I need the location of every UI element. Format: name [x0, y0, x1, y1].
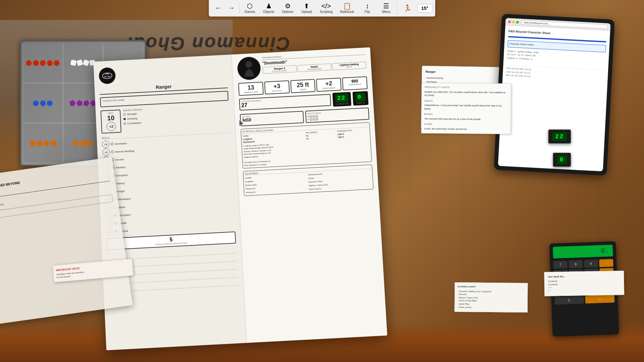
die-red-1[interactable]: [25, 59, 33, 66]
figure-button[interactable]: 🏃: [398, 4, 417, 13]
led-display-1: 22: [552, 132, 567, 141]
die-orange-5[interactable]: [72, 139, 80, 147]
bonds-title: BONDS: [424, 113, 508, 117]
minimize-dot: [512, 21, 515, 23]
right-paper-2: PLAYERS & PARTY - Cinnamon Halfling. Due…: [455, 282, 528, 313]
saving-throw-section: SAVING THROWS Strength Dexterity Constit…: [123, 104, 230, 133]
history-label: History: [116, 182, 125, 185]
wis-mod: +2: [106, 122, 116, 131]
speed-box: 25 ft SPEED: [290, 79, 315, 93]
upload-label: Upload: [301, 10, 312, 14]
calc-btn-clear[interactable]: C: [555, 296, 584, 305]
die-orange-4[interactable]: [50, 140, 57, 146]
notebook-button[interactable]: 📋 Notebook: [337, 1, 358, 15]
ac-box: 13 ARMOR CLASS: [238, 82, 264, 96]
die-orange-2[interactable]: [36, 139, 43, 147]
menu-label: Menu: [382, 10, 390, 14]
led-card-1: 22: [548, 130, 571, 143]
die-orange-7[interactable]: [86, 139, 94, 147]
forward-button[interactable]: →: [225, 2, 238, 15]
hp-led: 22: [335, 93, 348, 103]
personality-title: PERSONALITY TRAITS: [425, 86, 508, 90]
die-blue-3[interactable]: [46, 99, 54, 107]
ability-scores-section: WIS 10 +2 SAVING THROWS Strength Dexteri…: [101, 104, 230, 134]
save-str-circle: [123, 113, 126, 116]
led-card-2: 0: [553, 153, 571, 167]
objects-button[interactable]: ♟ Objects: [260, 1, 278, 15]
paper-2-title: PLAYERS & PARTY: [458, 285, 525, 289]
flaws-title: FLAWS: [424, 123, 508, 127]
menu-button[interactable]: ☰ Menu: [377, 1, 395, 15]
die-red-2[interactable]: [33, 59, 40, 66]
angle-display: 15°: [417, 4, 432, 13]
dice-cell-red: [24, 44, 62, 82]
die-red-4[interactable]: [47, 60, 54, 66]
fail-3: [315, 118, 318, 120]
options-button[interactable]: ⚙ Options: [278, 1, 297, 15]
xp-box: 900 EXPERIENCE: [342, 76, 368, 90]
temp-hp-led: 0: [355, 93, 366, 102]
svg-text:BEYOND: BEYOND: [104, 75, 110, 77]
sheet-2-info: D&D BEYOND: [0, 181, 20, 187]
success-3: [315, 115, 318, 117]
die-white-2[interactable]: [77, 60, 83, 66]
features-title: Ranger: [425, 69, 511, 76]
die-white-1[interactable]: [70, 60, 77, 66]
flip-button[interactable]: ↕ Flip: [358, 1, 376, 15]
character-sheet[interactable]: D&D BEYOND Ranger CHARACTER NAME WIS 10 …: [93, 47, 387, 350]
die-purple-2[interactable]: [76, 99, 83, 107]
equipment-section: EQUIPMENT Leather Shortsword (x2) Longbo…: [243, 164, 374, 196]
hp-max-box: HIT POINT MAXIMUM 27: [239, 94, 331, 111]
calc-btn-8[interactable]: 8: [569, 260, 583, 268]
flip-icon: ↕: [366, 3, 369, 9]
paper-2-content: - Cinnamon Halfling. Due 1 (1day)(10) - …: [458, 290, 525, 310]
objects-icon: ♟: [266, 3, 272, 9]
die-red-3[interactable]: [39, 59, 47, 67]
temp-hp-display: 0 TEMP HP: [353, 91, 369, 106]
dice-cell-blue: [24, 84, 62, 123]
calc-btn-div[interactable]: ÷: [599, 259, 613, 267]
wis-ability-box: WIS 10 +2: [101, 110, 122, 134]
background-box: Noble BACKGROUND: [297, 63, 332, 72]
save-con-label: Constitution: [127, 121, 141, 125]
toolbar-divider-2: [397, 2, 397, 14]
bonds-text: The common folk must see me as a hero of…: [424, 117, 508, 121]
die-purple-3[interactable]: [83, 99, 90, 107]
led-display-2: 0: [557, 155, 567, 164]
character-sheet-2[interactable]: D&D BEYOND gregor/gregor CAMPAIGN NOTES …: [0, 157, 133, 324]
die-red-5[interactable]: [53, 59, 61, 67]
calc-display: 0.: [553, 245, 613, 258]
flaws-text: In fact, the world does revolve around m…: [424, 127, 508, 131]
die-blue-1[interactable]: [33, 99, 40, 106]
upload-button[interactable]: ⬆ Upload: [297, 1, 316, 15]
calc-btn-7[interactable]: 7: [553, 261, 568, 269]
back-button[interactable]: ←: [212, 2, 224, 15]
scripting-button[interactable]: </> Scripting: [316, 1, 336, 15]
die-orange-6[interactable]: [80, 139, 87, 146]
die-orange-3[interactable]: [43, 139, 50, 147]
char-silhouette: [239, 58, 260, 79]
deception-label: Deception: [116, 173, 128, 177]
acrobatics-mod: +3: [102, 140, 110, 148]
upside-down-title: Cinnamon Ghoul: [126, 33, 290, 55]
objects-label: Objects: [263, 10, 274, 14]
ddb-logo-area: D&D BEYOND: [99, 61, 227, 84]
die-blue-2[interactable]: [39, 99, 47, 107]
calc-btn-eq[interactable]: =: [585, 295, 615, 304]
games-icon: ⬡: [247, 3, 253, 9]
options-label: Options: [282, 10, 293, 14]
hp-current-display: 22 CURRENT HP: [332, 92, 351, 107]
char-info-area: CinnamonGhoul "Doomtooth" Ranger 3 CLASS…: [262, 51, 366, 74]
die-purple-1[interactable]: [69, 100, 76, 106]
mouse-cursor: [239, 120, 246, 129]
scripting-label: Scripting: [320, 10, 333, 14]
die-white-3[interactable]: [83, 59, 90, 66]
games-button[interactable]: ⬡ Games: [241, 1, 259, 15]
menu-icon: ☰: [383, 3, 389, 9]
tablet-device[interactable]: https://dndbeyond.com/... D&D Beyond Cha…: [494, 14, 615, 175]
die-orange-1[interactable]: [29, 139, 36, 146]
dice-cell-orange: [24, 124, 62, 162]
success-1: [309, 115, 312, 118]
sheet-right-page: CinnamonGhoul "Doomtooth" Ranger 3 CLASS…: [232, 47, 387, 343]
calc-btn-9[interactable]: 9: [584, 260, 598, 268]
